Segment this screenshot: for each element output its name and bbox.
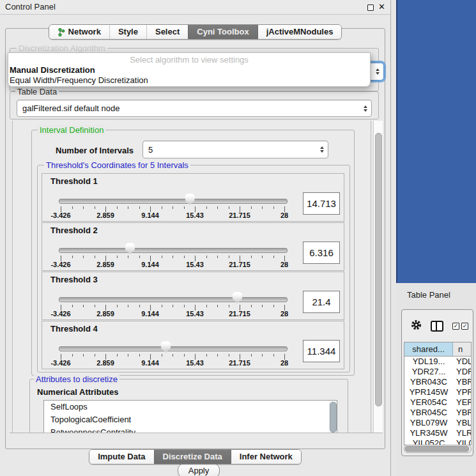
slider-track[interactable] xyxy=(59,346,288,351)
algorithm-option-equal-width-frequency-discretization[interactable]: Equal Width/Frequency Discretization xyxy=(10,75,148,86)
threshold-value-box[interactable]: 6.316 xyxy=(303,242,340,264)
table-header-row: shared...n xyxy=(404,342,471,357)
table-cell: YDR2 xyxy=(453,367,471,377)
table-row[interactable]: YDL19...YDL1 xyxy=(404,357,471,367)
slider-scale-labels: -3.4262.8599.14415.4321.71528 xyxy=(61,211,284,220)
tick-mark xyxy=(206,256,207,258)
combo-stepper-icon xyxy=(372,68,383,75)
threshold-value-box[interactable]: 14.713 xyxy=(303,192,340,215)
scale-label: 2.859 xyxy=(96,261,114,268)
numerical-attributes-list[interactable]: SelfLoopsTopologicalCoefficientBetweenne… xyxy=(43,400,337,433)
tick-mark xyxy=(273,305,274,307)
tab-discretize-data[interactable]: Discretize Data xyxy=(154,450,231,464)
list-scrollbar-thumb[interactable] xyxy=(330,402,337,433)
tick-mark xyxy=(229,256,229,258)
tick-mark xyxy=(173,354,173,357)
tick-mark xyxy=(117,354,118,357)
table-cell: YDR27... xyxy=(404,367,453,377)
tick-mark xyxy=(262,354,263,357)
settings-scrollbar[interactable] xyxy=(373,121,383,433)
table-data-group-title: Table Data xyxy=(15,87,59,96)
tick-mark xyxy=(206,354,207,357)
threshold-value-box[interactable]: 21.4 xyxy=(303,291,340,313)
num-intervals-combo[interactable]: 5 xyxy=(142,141,328,158)
table-cell: YLR345W xyxy=(404,428,453,438)
control-panel: Control Panel ✕ NetworkStyleSelectCyni T… xyxy=(0,0,391,476)
tick-mark xyxy=(128,354,128,357)
tab-label: Cyni Toolbox xyxy=(197,25,249,39)
table-cell: YPR145W xyxy=(404,387,453,397)
tab-network[interactable]: Network xyxy=(49,25,109,39)
table-cell: YDL19... xyxy=(404,357,453,367)
tick-mark xyxy=(83,354,84,357)
bottom-tab-group: Impute DataDiscretize DataInfer Network xyxy=(89,449,302,464)
tab-style[interactable]: Style xyxy=(109,25,146,39)
close-icon[interactable]: ✕ xyxy=(378,1,385,13)
tab-impute-data[interactable]: Impute Data xyxy=(89,450,153,464)
settings-scrollbar-thumb[interactable] xyxy=(375,133,382,406)
table-row[interactable]: YBR043CYBR0 xyxy=(404,377,471,387)
table-scrollbar-thumb[interactable] xyxy=(405,446,469,452)
scale-label: 15.43 xyxy=(186,261,204,268)
slider-track[interactable] xyxy=(59,199,288,204)
num-intervals-label: Number of Intervals xyxy=(56,146,134,155)
tick-mark xyxy=(139,206,140,209)
table-horizontal-scrollbar[interactable] xyxy=(404,445,472,453)
table-data-group: Table Data galFiltered.sif default node xyxy=(10,91,379,119)
tick-mark xyxy=(162,305,162,307)
table-cell: YLR3 xyxy=(453,428,471,438)
tab-cyni-toolbox[interactable]: Cyni Toolbox xyxy=(188,25,257,39)
tick-mark xyxy=(83,305,84,307)
checked-checkbox-icon[interactable]: ✓ xyxy=(452,323,459,330)
list-scrollbar[interactable] xyxy=(329,401,336,433)
table-row[interactable]: YLR345WYLR3 xyxy=(404,428,471,438)
scale-label: 2.859 xyxy=(96,359,114,367)
float-window-icon[interactable] xyxy=(367,4,374,11)
scale-label: 15.43 xyxy=(186,359,204,367)
table-data-combo[interactable]: galFiltered.sif default node xyxy=(17,100,372,117)
table-cell: YDL1 xyxy=(453,357,471,367)
tick-mark xyxy=(173,256,173,258)
scale-label: 21.715 xyxy=(229,261,250,268)
table-row[interactable]: YDR27...YDR2 xyxy=(404,367,471,377)
table-row[interactable]: YER054CYER0 xyxy=(404,397,471,408)
tick-mark xyxy=(229,354,229,357)
column-header-shared-[interactable]: shared... xyxy=(404,342,453,356)
tick-mark xyxy=(206,305,207,307)
algorithm-option-manual-discretization[interactable]: Manual Discretization xyxy=(10,65,95,75)
tab-select[interactable]: Select xyxy=(146,25,188,39)
checked-checkbox-icon[interactable]: ✓ xyxy=(461,323,468,330)
tick-mark xyxy=(128,305,128,307)
table-cell: YBR043C xyxy=(404,377,453,387)
tab-label: Infer Network xyxy=(240,450,293,464)
control-panel-titlebar: Control Panel ✕ xyxy=(0,0,390,15)
table-row[interactable]: YPR145WYPR1 xyxy=(404,387,471,397)
cyni-toolbox-pane: Discretization Algorithm Table Data galF… xyxy=(5,28,385,449)
scale-label: 2.859 xyxy=(96,310,114,318)
tick-mark xyxy=(229,305,229,307)
table-row[interactable]: YBL079WYBL0 xyxy=(404,418,471,428)
table-cell: YBL0 xyxy=(453,418,471,428)
node-table[interactable]: shared...n YDL19...YDL1YDR27...YDR2YBR04… xyxy=(404,342,472,445)
columns-icon[interactable] xyxy=(431,321,443,332)
attribute-item-topologicalcoefficient[interactable]: TopologicalCoefficient xyxy=(44,413,337,426)
interval-group-title: Interval Definition xyxy=(38,125,105,135)
slider-scale-labels: -3.4262.8599.14415.4321.71528 xyxy=(61,310,284,318)
slider-track[interactable] xyxy=(59,297,288,302)
table-row[interactable]: YBR045CYBR0 xyxy=(404,408,471,418)
slider-track[interactable] xyxy=(59,248,288,253)
tick-mark xyxy=(72,206,73,209)
gear-icon[interactable] xyxy=(411,319,422,333)
tick-mark xyxy=(184,305,185,307)
tick-mark xyxy=(162,206,162,209)
scale-label: 21.715 xyxy=(229,359,250,367)
apply-button[interactable]: Apply xyxy=(178,463,220,476)
attribute-item-betweennesscentrality[interactable]: BetweennessCentrality xyxy=(44,426,337,433)
table-cell: YBL079W xyxy=(404,418,453,428)
tab-infer-network[interactable]: Infer Network xyxy=(231,450,301,464)
tab-jactivemnodules[interactable]: jActiveMNodules xyxy=(257,25,342,39)
tick-mark xyxy=(262,305,263,307)
threshold-value-box[interactable]: 11.344 xyxy=(303,340,340,362)
attribute-item-selfloops[interactable]: SelfLoops xyxy=(44,401,337,413)
column-header-n[interactable]: n xyxy=(453,342,471,356)
